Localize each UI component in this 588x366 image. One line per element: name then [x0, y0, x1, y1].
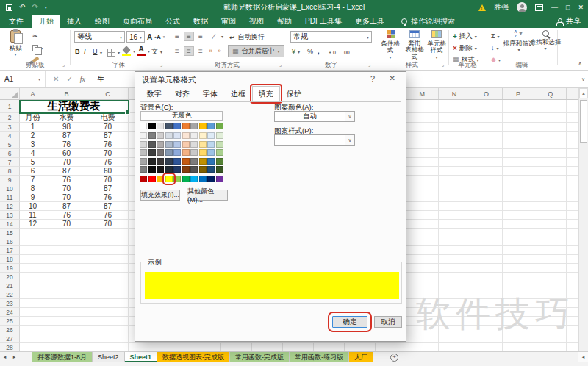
cell[interactable] [439, 140, 471, 149]
cell[interactable]: 10 [20, 202, 46, 211]
share-button[interactable]: 共享 [549, 15, 588, 28]
color-swatch[interactable] [148, 176, 156, 182]
column-header-P[interactable]: P [503, 88, 535, 99]
cell[interactable] [406, 343, 439, 351]
row-header-12[interactable]: 12 [0, 202, 20, 211]
color-swatch[interactable] [216, 158, 223, 165]
cell[interactable]: 76 [87, 193, 129, 202]
cell[interactable] [20, 281, 46, 290]
cell[interactable] [46, 308, 87, 317]
paste-button[interactable]: 粘贴 ▾ [4, 30, 26, 60]
fill-color-button[interactable]: ▾ [122, 46, 135, 56]
cell[interactable] [567, 167, 578, 176]
cell[interactable] [46, 317, 87, 326]
insert-cells-button[interactable]: +插入▾ [453, 31, 477, 41]
cell[interactable]: 87 [46, 167, 87, 176]
cell[interactable]: 76 [46, 140, 87, 149]
cell[interactable] [534, 237, 567, 246]
cell[interactable] [567, 193, 578, 202]
cell[interactable] [503, 229, 535, 237]
cell-styles-button[interactable]: 单元格样式 ▾ [425, 30, 448, 60]
cell[interactable] [439, 246, 471, 255]
cell[interactable] [87, 308, 129, 317]
sheet-nav-right-icon[interactable]: ▸ [10, 352, 19, 362]
cell[interactable] [503, 246, 535, 255]
cut-button[interactable]: ✂ [32, 31, 38, 41]
fill-effects-button[interactable]: 填充效果(I)... [140, 190, 180, 201]
cell[interactable] [534, 193, 567, 202]
name-box-dropdown[interactable]: ▾ [38, 76, 40, 82]
cell[interactable] [503, 334, 535, 343]
cell[interactable]: 70 [87, 220, 129, 229]
select-all-corner[interactable] [0, 88, 20, 99]
color-swatch[interactable] [199, 176, 207, 182]
merge-center-button[interactable]: ▦ 合并后居中 ▾ [228, 45, 284, 57]
cancel-button[interactable]: 取消 [374, 316, 402, 328]
sheet-tab-Sheet1[interactable]: Sheet1 [125, 352, 158, 362]
color-swatch[interactable] [182, 158, 190, 165]
cell[interactable] [503, 220, 535, 229]
cell[interactable]: 70 [87, 176, 129, 184]
cell[interactable] [46, 255, 87, 264]
menu-tab-视图[interactable]: 视图 [243, 15, 270, 28]
cell[interactable] [567, 273, 578, 281]
cell[interactable] [503, 149, 535, 158]
color-swatch[interactable] [148, 132, 156, 139]
cell[interactable] [406, 299, 439, 308]
cell[interactable] [439, 176, 471, 184]
cell[interactable]: 5 [20, 158, 46, 167]
cell[interactable] [503, 202, 535, 211]
align-left-button[interactable]: ≡ [172, 46, 182, 56]
cell[interactable] [470, 308, 503, 317]
cell[interactable] [406, 184, 439, 193]
confirm-entry-icon[interactable]: ✓ [66, 75, 72, 83]
cell[interactable] [503, 343, 535, 351]
cell[interactable] [190, 343, 221, 351]
cell[interactable] [439, 167, 471, 176]
cell[interactable] [439, 273, 471, 281]
color-swatch[interactable] [182, 166, 190, 173]
cell[interactable] [20, 343, 46, 351]
cell[interactable] [567, 202, 578, 211]
cell[interactable] [567, 100, 578, 113]
cell[interactable] [439, 202, 471, 211]
cell[interactable] [503, 273, 535, 281]
cell[interactable] [567, 246, 578, 255]
color-swatch[interactable] [182, 176, 190, 182]
cell[interactable] [470, 246, 503, 255]
name-box[interactable]: A1 ▾ [0, 71, 46, 87]
cell[interactable] [470, 229, 503, 237]
color-swatch[interactable] [140, 141, 147, 148]
vertical-scrollbar-thumb[interactable] [580, 100, 587, 143]
formula-content[interactable]: 生 [97, 74, 104, 85]
cell[interactable] [159, 343, 190, 351]
color-swatch[interactable] [148, 166, 156, 173]
cell[interactable] [406, 220, 439, 229]
cell[interactable] [567, 123, 578, 132]
cell[interactable] [406, 264, 439, 273]
grow-font-button[interactable]: A▴ [147, 32, 157, 42]
decrease-decimal-button[interactable]: .00 [343, 47, 350, 57]
row-header-9[interactable]: 9 [0, 176, 20, 184]
column-header-A[interactable]: A [20, 88, 46, 99]
cell[interactable] [534, 299, 567, 308]
cell[interactable] [470, 220, 503, 229]
cell[interactable] [87, 290, 129, 299]
color-swatch[interactable] [199, 141, 207, 148]
menu-tab-公式[interactable]: 公式 [159, 15, 187, 28]
cell[interactable] [221, 343, 252, 351]
color-swatch[interactable] [199, 166, 207, 173]
more-colors-button[interactable]: 其他颜色(M)... [187, 190, 228, 201]
cell[interactable] [406, 211, 439, 220]
cell[interactable] [470, 317, 503, 326]
cell[interactable] [406, 237, 439, 246]
color-swatch[interactable] [207, 141, 215, 148]
cell[interactable] [252, 343, 283, 351]
orientation-button[interactable]: ∕▾ [209, 31, 223, 41]
cell[interactable]: 76 [87, 211, 129, 220]
cell[interactable] [534, 264, 567, 273]
cell[interactable]: 87 [46, 202, 87, 211]
cell[interactable] [503, 237, 535, 246]
cell[interactable] [406, 334, 439, 343]
row-header-16[interactable]: 16 [0, 237, 20, 246]
